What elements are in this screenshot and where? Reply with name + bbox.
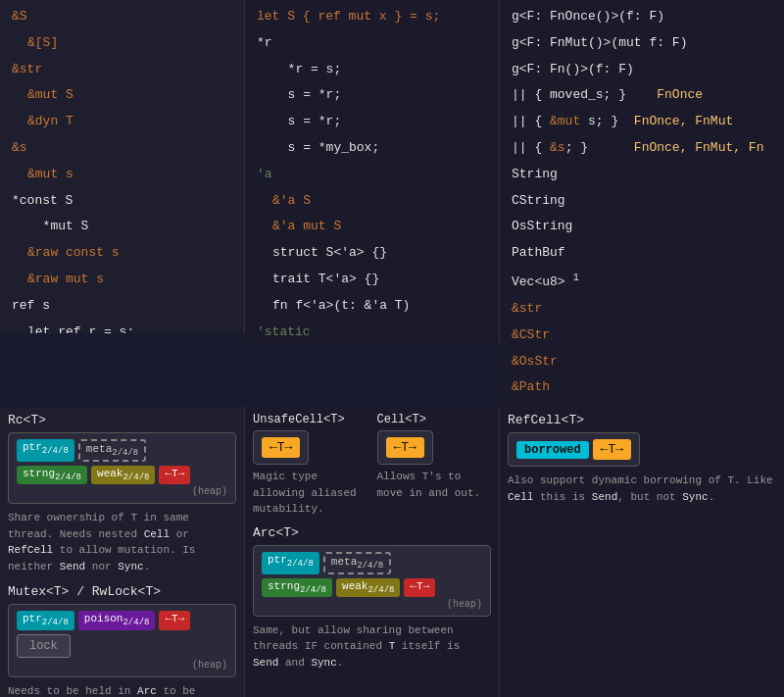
- arc-strng-tag: strng2/4/8: [262, 578, 332, 597]
- mutex-lock-tag: lock: [17, 634, 71, 658]
- mutex-diagram-title: Mutex<T> / RwLock<T>: [8, 584, 236, 599]
- bottom-left: Rc<T> ptr2/4/8 meta2/4/8 strng2/4/8 weak…: [0, 407, 245, 697]
- refcell-desc: Also support dynamic borrowing of T. Lik…: [508, 473, 776, 505]
- right-item-amp-path: &Path: [500, 374, 784, 401]
- left-item-mut-s: *mut S: [0, 214, 244, 240]
- rc-arrow-tag: ←T→: [159, 466, 190, 484]
- mid-item-static: 'static: [245, 320, 499, 343]
- arc-weak-tag: weak2/4/8: [336, 578, 400, 597]
- refcell-title: RefCell<T>: [508, 413, 776, 427]
- bottom-right: RefCell<T> borrowed ←T→ Also support dyn…: [500, 407, 784, 697]
- unsafecell-section: UnsafeCell<T> ←T→ Magic type allowing al…: [253, 413, 368, 518]
- bottom-mid: UnsafeCell<T> ←T→ Magic type allowing al…: [245, 407, 500, 697]
- arc-title: Arc<T>: [253, 525, 491, 540]
- rc-diagram-title: Rc<T>: [8, 413, 236, 427]
- mid-item-amp-a-mut-s: &'a mut S: [245, 214, 499, 240]
- mutex-desc: Needs to be held in Arc to be shared bet…: [8, 683, 236, 697]
- arc-ptr-tag: ptr2/4/8: [262, 552, 319, 574]
- left-item-raw-const: &raw const s: [0, 240, 244, 267]
- rc-weak-tag: weak2/4/8: [91, 466, 155, 484]
- left-item-amp-str: &str: [0, 57, 244, 83]
- arc-heap-label: (heap): [262, 599, 482, 610]
- mid-item-s-assign-mybox: s = *my_box;: [245, 135, 499, 162]
- left-item-amp-mut-s: &mut S: [0, 82, 244, 109]
- mid-item-lifetime: 'a: [245, 162, 499, 188]
- right-item-vecu8: Vec<u8> 1: [500, 267, 784, 296]
- cell-title: Cell<T>: [377, 413, 492, 426]
- arc-arrow-tag: ←T→: [404, 578, 435, 597]
- left-item-amp-dyn-t: &dyn T: [0, 109, 244, 135]
- left-item-amp-mut-s2: &mut s: [0, 162, 244, 188]
- mid-item-star-r-assign: *r = s;: [245, 57, 499, 83]
- unsafecell-title: UnsafeCell<T>: [253, 413, 368, 426]
- right-item-string: String: [500, 162, 784, 188]
- left-item-amp-s2: &s: [0, 135, 244, 162]
- rc-desc: Share ownership of T in same thread. Nee…: [8, 510, 236, 574]
- mutex-arrow-tag: ←T→: [159, 611, 190, 629]
- right-item-fnonce1: g<F: FnOnce()>(f: F): [500, 4, 784, 30]
- unsafecell-desc: Magic type allowing aliased mutability.: [253, 469, 368, 518]
- rc-diagram-box: ptr2/4/8 meta2/4/8 strng2/4/8 weak2/4/8 …: [8, 432, 236, 504]
- mid-item-struct: struct S<'a> {}: [245, 240, 499, 267]
- right-item-osstring: OsString: [500, 214, 784, 240]
- right-item-closure-moved: || { moved_s; } FnOnce: [500, 82, 784, 109]
- arc-desc: Same, but allow sharing between threads …: [253, 622, 491, 672]
- refcell-box: borrowed ←T→: [508, 432, 640, 467]
- right-item-amp-osstr: &OsStr: [500, 349, 784, 375]
- right-item-amp-cstr: &CStr: [500, 323, 784, 349]
- right-item-amp-str: &str: [500, 296, 784, 323]
- mutex-heap-label: (heap): [17, 660, 227, 671]
- left-item-ref-s: ref s: [0, 293, 244, 320]
- right-item-fnmut1: g<F: FnMut()>(mut f: F): [500, 30, 784, 57]
- mid-item-fn: fn f<'a>(t: &'a T): [245, 293, 499, 320]
- right-item-pathbuf: PathBuf: [500, 240, 784, 267]
- mid-item-amp-a-s: &'a S: [245, 188, 499, 215]
- right-item-fn1: g<F: Fn()>(f: F): [500, 57, 784, 83]
- left-item-amp-bracket-s: &[S]: [0, 30, 244, 57]
- arc-section: Arc<T> ptr2/4/8 meta2/4/8 strng2/4/8 wea…: [253, 525, 491, 672]
- right-item-cstring: CString: [500, 188, 784, 215]
- left-column: &S &[S] &str &mut S &dyn T &s &mut s *co…: [0, 0, 245, 333]
- rc-heap-label: (heap): [17, 486, 227, 497]
- left-item-amp-s: &S: [0, 4, 244, 30]
- mid-item-trait: trait T<'a> {}: [245, 267, 499, 293]
- mutex-diagram-box: ptr2/4/8 poison2/4/8 ←T→ lock (heap): [8, 604, 236, 676]
- cell-arrow: ←T→: [386, 437, 424, 458]
- rc-ptr-tag: ptr2/4/8: [17, 439, 74, 462]
- mutex-ptr-tag: ptr2/4/8: [17, 611, 74, 629]
- mid-item-star-r: *r: [245, 30, 499, 57]
- unsafecell-box: ←T→: [253, 430, 309, 465]
- left-item-const-s: *const S: [0, 188, 244, 215]
- left-item-raw-mut: &raw mut s: [0, 267, 244, 293]
- left-item-let-ref: let ref r = s;: [0, 320, 244, 333]
- unsafecell-arrow: ←T→: [262, 437, 300, 458]
- mid-header: let S { ref mut x } = s;: [245, 4, 499, 30]
- right-column: g<F: FnOnce()>(f: F) g<F: FnMut()>(mut f…: [500, 0, 784, 407]
- refcell-borrowed-tag: borrowed: [516, 441, 589, 459]
- mid-item-s-assign-star-r2: s = *r;: [245, 109, 499, 135]
- mid-column: let S { ref mut x } = s; *r *r = s; s = …: [245, 0, 500, 343]
- right-item-closure-ref: || { &s; } FnOnce, FnMut, Fn: [500, 135, 784, 162]
- cell-section: Cell<T> ←T→ Allows T's to move in and ou…: [377, 413, 492, 501]
- cell-box: ←T→: [377, 430, 433, 465]
- mid-item-s-assign-star-r1: s = *r;: [245, 82, 499, 109]
- rc-meta-tag: meta2/4/8: [78, 439, 146, 462]
- rc-strng-tag: strng2/4/8: [17, 466, 87, 484]
- refcell-arrow: ←T→: [593, 439, 631, 460]
- arc-box: ptr2/4/8 meta2/4/8 strng2/4/8 weak2/4/8 …: [253, 545, 491, 617]
- mutex-poison-tag: poison2/4/8: [78, 611, 156, 629]
- arc-meta-tag: meta2/4/8: [323, 552, 391, 574]
- cell-desc: Allows T's to move in and out.: [377, 469, 492, 501]
- right-item-closure-mut: || { &mut s; } FnOnce, FnMut: [500, 109, 784, 135]
